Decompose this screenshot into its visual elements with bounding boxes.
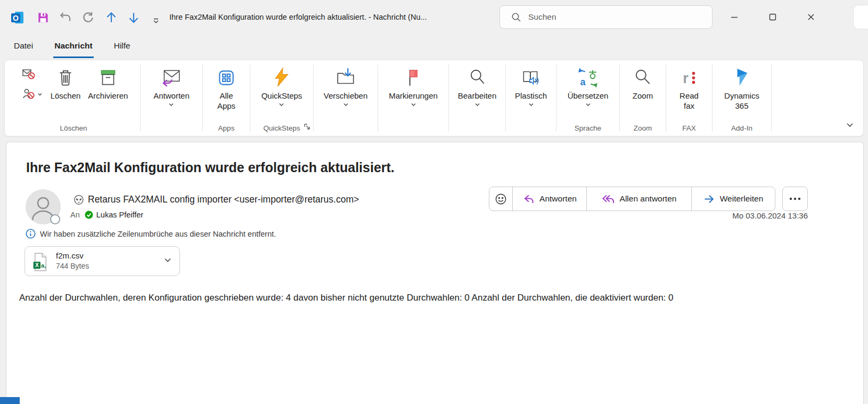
dialog-launcher-icon[interactable] <box>303 123 311 133</box>
forward-button[interactable]: Weiterleiten <box>691 187 775 211</box>
group-label-zoom: Zoom <box>620 124 666 132</box>
search-placeholder: Suchen <box>528 12 556 22</box>
collapse-ribbon-icon[interactable] <box>845 120 855 132</box>
ribbon-group-addin: Dynamics 365 Add-In <box>713 60 771 136</box>
chevron-down-icon <box>411 102 416 107</box>
dynamics365-button[interactable]: Dynamics 365 <box>720 63 763 112</box>
close-icon[interactable] <box>805 11 817 23</box>
reading-pane: Ihre Fax2Mail Konfiguration wurde erfolg… <box>6 142 864 404</box>
ellipsis-icon <box>789 197 801 200</box>
zoom-icon <box>633 64 653 91</box>
archive-button[interactable]: Archivieren <box>84 63 132 102</box>
background-window-fragment <box>0 397 20 404</box>
quicksteps-button[interactable]: QuickSteps <box>258 63 306 108</box>
zoom-button[interactable]: Zoom <box>629 63 657 102</box>
window-title: Ihre Fax2Mail Konfiguration wurde erfolg… <box>169 0 427 34</box>
attachment-filename: f2m.csv <box>56 251 84 260</box>
message-body: Anzahl der Durchwahlen, deren Konfigurat… <box>19 293 850 303</box>
lightning-icon <box>272 64 292 91</box>
group-label-sprache: Sprache <box>556 124 619 132</box>
edit-button[interactable]: Bearbeiten <box>454 63 501 108</box>
presence-status-icon <box>50 214 60 224</box>
attachment-card[interactable]: Xa, f2m.csv 744 Bytes <box>24 246 180 276</box>
chevron-down-icon <box>168 102 174 107</box>
dynamics365-icon <box>732 64 752 91</box>
sender-line: Retarus FAX2MAIL config importer <user-i… <box>73 194 359 205</box>
search-input[interactable]: Suchen <box>499 5 713 29</box>
move-folder-icon <box>335 64 356 91</box>
notice-text: Wir haben zusätzliche Zeilenumbrüche aus… <box>40 230 276 238</box>
flag-button[interactable]: Markierungen <box>385 63 441 108</box>
svg-text:X: X <box>35 262 39 268</box>
maximize-icon[interactable] <box>767 11 779 23</box>
ribbon-group-loeschen: Löschen Archivieren Löschen <box>7 60 140 136</box>
ribbon-group-zoom: Zoom Zoom <box>620 60 666 136</box>
titlebar-edge-panel <box>853 5 868 29</box>
ribbon-group-sprache: a Übersetzen Sprache <box>556 60 619 136</box>
chevron-down-icon <box>585 102 591 107</box>
to-label: An <box>70 211 80 219</box>
ribbon-tabs: Datei Nachricht Hilfe <box>13 38 132 58</box>
reactions-button[interactable] <box>489 187 513 211</box>
svg-text:O: O <box>13 14 19 22</box>
tab-datei[interactable]: Datei <box>13 38 34 58</box>
save-icon[interactable] <box>35 10 51 26</box>
ribbon-divider <box>771 64 772 132</box>
redo-icon[interactable] <box>80 10 96 26</box>
sender-name[interactable]: Retarus FAX2MAIL config importer <user-i… <box>88 194 359 205</box>
sent-date: Mo 03.06.2024 13:36 <box>732 211 808 220</box>
customize-quick-access-icon[interactable] <box>148 13 164 29</box>
chevron-down-icon <box>343 102 349 107</box>
all-apps-button[interactable]: Alle Apps <box>212 63 240 112</box>
archive-icon <box>97 64 119 91</box>
block-sender-icon[interactable] <box>22 87 43 101</box>
reply-dropdown-button[interactable]: Antworten <box>150 63 193 108</box>
group-label-apps: Apps <box>203 124 250 132</box>
search-icon <box>511 12 522 23</box>
more-actions-button[interactable] <box>782 187 808 211</box>
read-fax-button[interactable]: r Read fax <box>675 63 703 112</box>
chevron-down-icon <box>474 102 480 107</box>
svg-text:a: a <box>580 77 586 87</box>
csv-file-icon: Xa, <box>32 252 48 272</box>
translate-button[interactable]: a Übersetzen <box>564 63 612 108</box>
attachment-filesize: 744 Bytes <box>56 262 89 270</box>
ignore-conversation-icon[interactable] <box>22 68 43 80</box>
ribbon-group-quicksteps: QuickSteps QuickSteps <box>250 60 313 136</box>
ribbon-group-antworten: Antworten <box>141 60 202 136</box>
group-label-loeschen: Löschen <box>7 124 140 132</box>
reply-envelope-icon <box>160 64 183 91</box>
reply-button[interactable]: Antworten <box>512 187 587 211</box>
move-button[interactable]: Verschieben <box>320 63 372 108</box>
attachment-dropdown-icon[interactable] <box>163 256 172 264</box>
smiley-icon <box>495 193 507 205</box>
tab-nachricht[interactable]: Nachricht <box>53 38 94 58</box>
delete-button[interactable]: Löschen <box>47 63 85 102</box>
reply-label: Antworten <box>539 194 577 204</box>
immersive-reader-button[interactable]: Plastisch <box>511 63 551 108</box>
ribbon-group-bearbeiten: Bearbeiten <box>449 60 505 136</box>
forward-label: Weiterleiten <box>720 194 764 204</box>
svg-text:r: r <box>683 70 689 86</box>
undo-icon[interactable] <box>58 10 73 26</box>
immersive-reader-icon <box>520 64 542 91</box>
minimize-icon[interactable] <box>728 11 740 23</box>
ribbon-group-markierungen: Markierungen <box>378 60 448 136</box>
tab-hilfe[interactable]: Hilfe <box>113 38 132 58</box>
reply-icon <box>522 193 535 205</box>
svg-text:a,: a, <box>41 262 46 269</box>
recipient-line: An Lukas Pfeiffer <box>70 211 143 219</box>
sender-monster-icon <box>73 195 84 205</box>
group-label-addin: Add-In <box>713 124 771 132</box>
flag-icon <box>404 64 423 91</box>
move-down-icon[interactable] <box>126 10 142 26</box>
reply-all-icon <box>602 193 615 205</box>
recipient-name[interactable]: Lukas Pfeiffer <box>96 211 143 219</box>
message-actions: Antworten Allen antworten Weiterleiten <box>489 187 775 211</box>
move-up-icon[interactable] <box>103 10 119 26</box>
title-bar: O Ihre Fax2Mail Konfiguration wurde erfo… <box>0 0 868 34</box>
reply-all-button[interactable]: Allen antworten <box>586 187 692 211</box>
edit-magnifier-icon <box>467 64 487 91</box>
forward-icon <box>703 193 715 205</box>
chevron-down-icon <box>528 102 534 107</box>
